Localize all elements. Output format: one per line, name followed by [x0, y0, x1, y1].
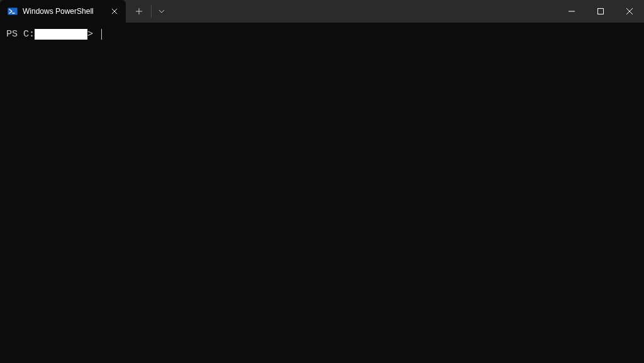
- plus-icon: [135, 8, 143, 15]
- divider: [151, 5, 152, 18]
- powershell-icon: [8, 6, 18, 16]
- new-tab-button[interactable]: [128, 0, 150, 23]
- close-window-button[interactable]: [615, 0, 644, 23]
- maximize-icon: [597, 8, 604, 14]
- tab-actions: [126, 0, 170, 23]
- svg-rect-8: [598, 9, 604, 14]
- minimize-button[interactable]: [557, 0, 586, 23]
- titlebar-left: Windows PowerShell: [0, 0, 170, 23]
- tab-powershell[interactable]: Windows PowerShell: [0, 0, 126, 23]
- cursor: [101, 29, 102, 40]
- maximize-button[interactable]: [586, 0, 615, 23]
- tab-close-button[interactable]: [109, 6, 119, 16]
- tab-title: Windows PowerShell: [23, 7, 104, 16]
- redacted-path: [35, 29, 87, 40]
- minimize-icon: [569, 8, 575, 14]
- prompt-prefix: PS C:: [6, 28, 35, 41]
- titlebar: Windows PowerShell: [0, 0, 644, 23]
- svg-rect-1: [8, 8, 18, 15]
- prompt-suffix: >: [87, 28, 99, 41]
- tab-dropdown-button[interactable]: [153, 0, 170, 23]
- chevron-down-icon: [158, 9, 165, 13]
- prompt-line: PS C:>: [6, 28, 638, 41]
- close-icon: [626, 8, 633, 14]
- terminal-body[interactable]: PS C:>: [0, 23, 644, 363]
- window-controls: [557, 0, 644, 23]
